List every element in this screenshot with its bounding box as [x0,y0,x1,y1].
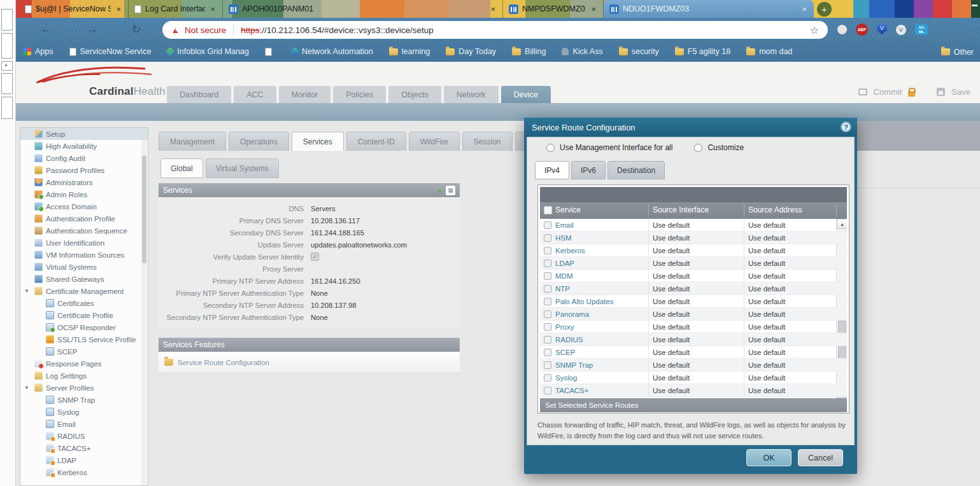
service-link[interactable]: TACACS+ [555,387,589,394]
sidebar-item[interactable]: Log Settings [20,370,148,382]
row-checkbox[interactable] [544,221,551,229]
source-address-cell[interactable]: Use default [748,260,785,267]
address-family-tab[interactable]: IPv4 [535,161,569,179]
minimize-icon[interactable]: ▬ [972,1,977,8]
source-interface-cell[interactable]: Use default [653,310,690,318]
address-family-tab[interactable]: Destination [607,161,665,179]
radio-icon[interactable] [694,144,702,152]
source-address-cell[interactable]: Use default [748,272,785,280]
bookmark-item[interactable] [265,48,276,56]
service-link[interactable]: SNMP Trap [555,361,593,369]
table-row[interactable]: TACACS+ Use default Use default [540,384,847,397]
service-link[interactable]: Syslog [555,374,578,382]
scope-subtab[interactable]: Virtual Systems [206,158,279,178]
column-header-service[interactable]: Service [555,205,581,214]
source-interface-cell[interactable]: Use default [653,247,690,254]
sidebar-item[interactable]: SSL/TLS Service Profile [20,333,148,345]
row-checkbox[interactable] [544,298,551,305]
service-route-configuration-link[interactable]: Service Route Configuration [178,359,269,366]
source-interface-cell[interactable]: Use default [653,285,690,293]
source-interface-cell[interactable]: Use default [653,260,690,267]
source-address-cell[interactable]: Use default [748,298,785,305]
row-checkbox[interactable] [544,285,551,293]
row-checkbox[interactable] [544,336,551,344]
service-link[interactable]: SCEP [555,349,575,356]
row-checkbox[interactable] [544,234,551,242]
edit-panel-icon[interactable]: ▦ [446,186,455,195]
source-address-cell[interactable]: Use default [748,221,785,229]
source-address-cell[interactable]: Use default [748,247,785,254]
sidebar-item[interactable]: Response Pages [20,358,148,370]
select-all-checkbox[interactable] [544,206,552,214]
sidebar-item[interactable]: High Availability [20,140,148,152]
sidebar-item[interactable]: Virtual Systems [20,261,148,273]
sidebar-item[interactable]: Administrators [20,176,148,188]
extension-icon[interactable] [837,25,847,34]
bookmark-item[interactable]: Day Today [446,47,496,56]
source-interface-cell[interactable]: Use default [653,221,690,229]
adblock-extension-icon[interactable]: ABP [856,24,868,36]
browser-tab[interactable]: NMPDSFWDMZ01 × [503,0,604,18]
radio-option[interactable]: Customize [694,143,759,152]
bookmark-item[interactable]: Apps [24,47,53,56]
bookmark-item[interactable]: security [619,47,659,56]
ok-button[interactable]: OK [746,449,792,466]
browser-tab[interactable]: NDUO1FWDMZ03 × [604,0,814,18]
sidebar-item[interactable]: Authentication Profile [20,212,148,225]
column-header-source-interface[interactable]: Source Interface [653,205,709,214]
sidebar-item[interactable]: OCSP Responder [20,321,148,333]
sidebar-item[interactable]: ▼ Server Profiles [20,382,148,394]
nav-tab[interactable]: Monitor [279,86,331,103]
source-interface-cell[interactable]: Use default [653,323,690,331]
close-icon[interactable]: × [115,4,122,14]
sidebar-item[interactable]: Email [20,418,148,430]
row-checkbox[interactable] [544,374,551,382]
sidebar-item[interactable]: SNMP Trap [20,394,148,406]
source-interface-cell[interactable]: Use default [653,361,690,369]
bookmark-item[interactable]: Kick Ass [562,47,602,56]
sidebar-item[interactable]: Kerberos [20,466,148,478]
service-link[interactable]: RADIUS [555,336,583,344]
source-address-cell[interactable]: Use default [748,310,785,318]
row-checkbox[interactable] [544,310,551,318]
table-row[interactable]: HSM Use default Use default [540,232,847,244]
sidebar-item[interactable]: RADIUS [20,430,148,442]
source-interface-cell[interactable]: Use default [653,272,690,280]
service-link[interactable]: Panorama [555,310,589,318]
sidebar-item[interactable]: Setup [20,128,148,140]
bookmark-item[interactable]: mom dad [746,47,792,56]
radio-icon[interactable] [546,144,555,152]
row-checkbox[interactable] [544,349,551,356]
table-row[interactable]: SNMP Trap Use default Use default [540,359,847,371]
service-link[interactable]: HSM [555,234,572,242]
bookmark-item[interactable]: Billing [512,47,546,56]
table-row[interactable]: LDAP Use default Use default [540,257,847,270]
sidebar-item[interactable]: VM Information Sources [20,249,148,261]
bookmark-item[interactable]: learning [389,47,430,56]
source-address-cell[interactable]: Use default [748,387,785,394]
row-checkbox[interactable] [544,272,551,280]
nav-tab[interactable]: Device [501,86,551,103]
setup-tab[interactable]: Session [462,132,513,151]
service-link[interactable]: Kerberos [555,247,585,254]
table-row[interactable]: MDM Use default Use default [540,270,847,282]
source-interface-cell[interactable]: Use default [653,234,690,242]
service-link[interactable]: Palo Alto Updates [555,298,613,305]
browser-tab[interactable]: $uj@I | ServiceNow ServiceNow × [19,0,129,18]
lock-icon[interactable] [908,91,915,97]
bookmark-item[interactable]: ServiceNow Service [69,47,152,56]
setup-tab[interactable]: Content-ID [346,132,406,151]
source-interface-cell[interactable]: Use default [653,374,690,382]
dialog-title-bar[interactable]: Service Route Configuration ? [524,118,857,137]
not-secure-label[interactable]: Not secure [185,25,226,35]
nav-tab[interactable]: Objects [388,86,441,103]
nav-tab[interactable]: ACC [234,86,276,103]
service-link[interactable]: Email [555,221,574,229]
shield-extension-icon[interactable]: V [877,25,887,35]
close-icon[interactable]: × [590,4,597,14]
setup-tab[interactable]: Services [292,132,344,151]
row-checkbox[interactable] [544,323,551,331]
source-interface-cell[interactable]: Use default [653,298,690,305]
row-checkbox[interactable] [544,361,551,369]
table-row[interactable]: NTP Use default Use default [540,282,847,295]
